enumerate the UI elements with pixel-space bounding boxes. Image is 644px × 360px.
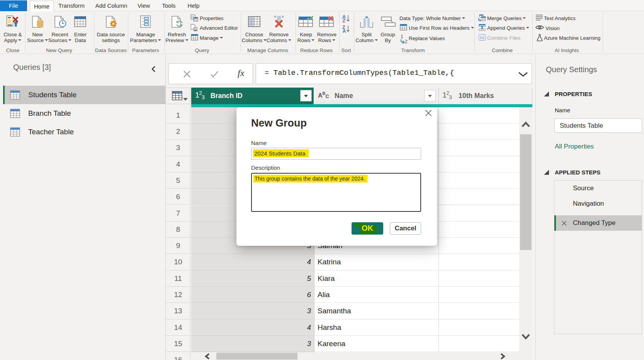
svg-text:Z: Z [343, 18, 346, 23]
svg-text:2: 2 [405, 39, 408, 44]
svg-text:A: A [343, 29, 346, 33]
svg-text:1: 1 [401, 34, 403, 39]
